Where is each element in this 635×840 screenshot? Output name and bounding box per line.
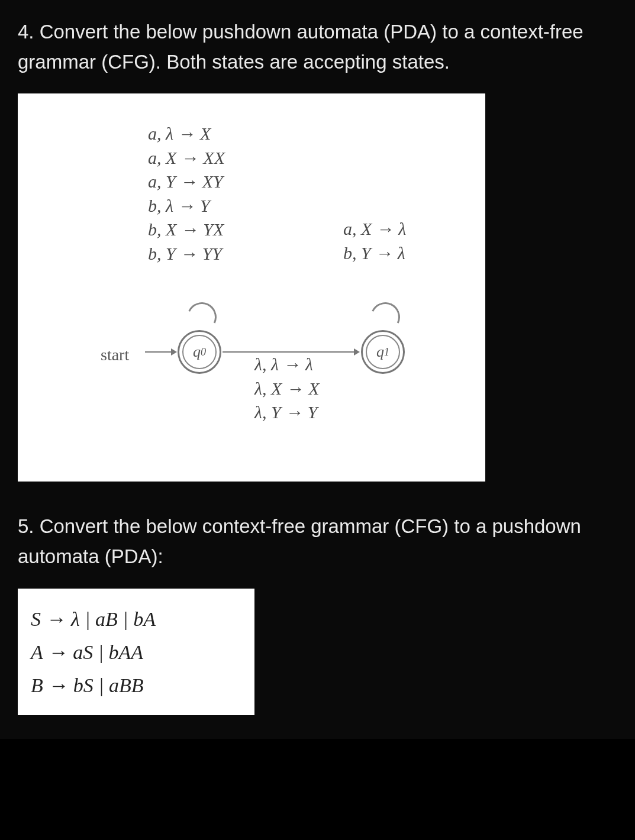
question-4-text: 4. Convert the below pushdown automata (…: [18, 17, 617, 77]
cfg-rule: A → aS | bAA: [31, 636, 241, 669]
pda-canvas: a, λ → X a, X → XX a, Y → XY b, λ → Y b,…: [30, 122, 473, 453]
start-arrow-icon: [145, 351, 176, 353]
state-q0: q0: [178, 330, 221, 374]
transition: λ, Y → Y: [254, 400, 320, 425]
transition: b, λ → Y: [148, 194, 225, 218]
state-q1: q1: [361, 330, 405, 374]
transition: λ, λ → λ: [254, 353, 320, 377]
transition: a, Y → XY: [148, 170, 225, 194]
transition: a, λ → X: [148, 122, 225, 146]
cfg-rules: S → λ | aB | bA A → aS | bAA B → bS | aB…: [18, 589, 254, 715]
transition: a, X → XX: [148, 146, 225, 170]
transition: b, X → YX: [148, 218, 225, 242]
transition: b, Y → λ: [343, 241, 406, 266]
page-root: 4. Convert the below pushdown automata (…: [0, 0, 635, 739]
transition: λ, X → X: [254, 377, 320, 401]
transition: b, Y → YY: [148, 242, 225, 266]
q1-loop-transitions: a, X → λ b, Y → λ: [343, 217, 406, 265]
transition: a, X → λ: [343, 217, 406, 241]
cfg-rule: S → λ | aB | bA: [31, 603, 241, 636]
start-label: start: [101, 345, 129, 364]
q0-q1-transitions: λ, λ → λ λ, X → X λ, Y → Y: [254, 353, 320, 425]
q0-loop-transitions: a, λ → X a, X → XX a, Y → XY b, λ → Y b,…: [148, 122, 225, 266]
cfg-rule: B → bS | aBB: [31, 669, 241, 702]
question-5-text: 5. Convert the below context-free gramma…: [18, 511, 617, 571]
pda-diagram: a, λ → X a, X → XX a, Y → XY b, λ → Y b,…: [18, 93, 485, 482]
